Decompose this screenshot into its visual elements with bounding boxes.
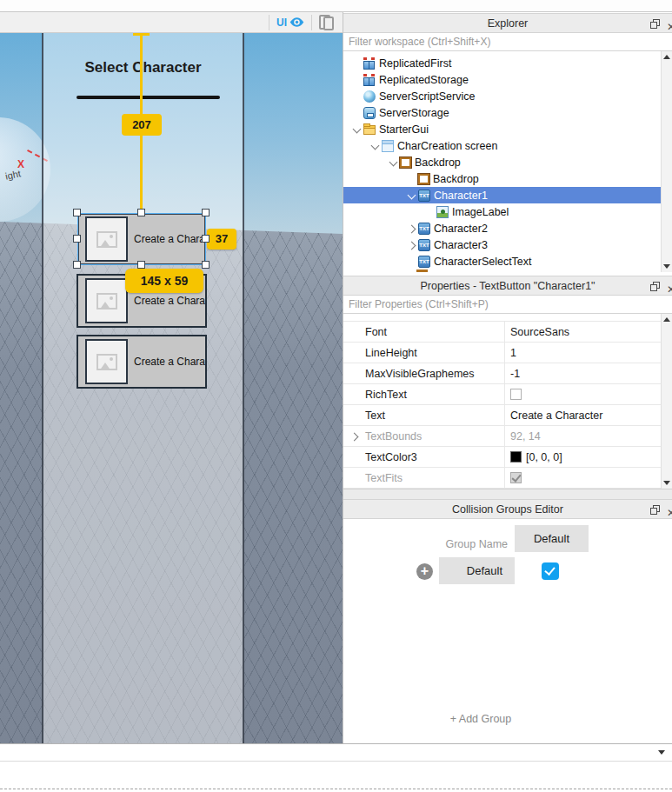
partial-row-sliver	[416, 270, 428, 272]
properties-filter-row	[343, 296, 672, 314]
property-row-textfits: TextFits	[343, 468, 661, 489]
properties-filter-input[interactable]	[343, 296, 672, 313]
collision-editor-body: Group Name Default + Default + Add Group	[343, 519, 672, 743]
3d-viewport[interactable]: ight X Select Character 207 Create a Cha…	[0, 33, 343, 743]
collapse-arrow-icon[interactable]	[658, 750, 665, 755]
checkbox-unchecked-icon[interactable]	[510, 389, 522, 400]
explorer-scrollbar[interactable]	[661, 51, 672, 272]
character-button-3[interactable]: Create a Character	[77, 335, 207, 389]
tree-item-backdrop[interactable]: Backdrop	[343, 170, 661, 187]
image-icon	[96, 293, 117, 309]
property-value[interactable]: Create a Character	[504, 405, 661, 425]
add-collision-group-icon[interactable]: +	[416, 563, 433, 580]
device-emulation-icon[interactable]	[319, 15, 330, 30]
chevron-spacer	[351, 57, 363, 70]
float-window-icon[interactable]	[650, 505, 660, 515]
scroll-down-icon[interactable]	[663, 264, 670, 269]
tree-item-serverstorage[interactable]: ServerStorage	[343, 104, 661, 121]
image-placeholder	[85, 339, 128, 384]
bottom-divider	[0, 761, 672, 762]
property-value[interactable]: [0, 0, 0]	[504, 447, 661, 467]
tree-item-character1[interactable]: Character1	[343, 187, 661, 203]
collision-column-header[interactable]: Default	[515, 525, 589, 552]
property-value[interactable]	[504, 384, 661, 404]
chevron-down-icon[interactable]	[388, 156, 400, 169]
chevron-down-icon[interactable]	[406, 190, 418, 202]
property-name: ContentText	[343, 314, 504, 322]
folder-icon	[363, 125, 376, 135]
eye-icon	[289, 17, 304, 28]
chevron-right-icon[interactable]	[349, 430, 361, 443]
explorer-filter-input[interactable]	[343, 33, 672, 50]
explorer-header: Explorer ✕	[343, 13, 672, 33]
scroll-up-icon[interactable]	[663, 55, 670, 59]
resize-handle[interactable]	[202, 261, 210, 269]
scroll-down-icon[interactable]	[663, 481, 670, 485]
close-icon[interactable]: ✕	[667, 17, 672, 33]
collision-editor-title: Collision Groups Editor	[452, 503, 563, 516]
tree-item-replicatedstorage[interactable]: ReplicatedStorage	[343, 71, 661, 88]
chevron-spacer	[406, 256, 418, 268]
collision-editor-header: Collision Groups Editor ✕	[343, 499, 672, 519]
chevron-down-icon[interactable]	[351, 123, 363, 136]
property-row-textbounds: TextBounds92, 14	[343, 426, 661, 447]
property-value[interactable]: SourceSans	[504, 322, 661, 342]
chevron-spacer	[424, 206, 436, 218]
text-button-icon	[418, 239, 430, 251]
tree-item-imagelabel[interactable]: ImageLabel	[343, 203, 661, 220]
tree-item-characterselecttext[interactable]: CharacterSelectText	[343, 253, 661, 270]
tree-item-serverscriptservice[interactable]: ServerScriptService	[343, 88, 661, 104]
resize-handle[interactable]	[73, 209, 81, 216]
resize-handle[interactable]	[137, 261, 145, 269]
float-window-icon[interactable]	[650, 19, 660, 29]
property-row-maxvisiblegraphemes: MaxVisibleGraphemes-1	[343, 363, 661, 384]
scroll-up-icon[interactable]	[663, 317, 670, 322]
properties-grid: FontSourceSansLineHeight1MaxVisibleGraph…	[343, 322, 672, 489]
tree-item-replicatedfirst[interactable]: ReplicatedFirst	[343, 55, 661, 71]
text-button-icon	[418, 256, 430, 268]
resize-handle[interactable]	[73, 235, 81, 243]
character-button-label: Create a Character	[134, 356, 205, 368]
tree-item-label: CharCreation screen	[397, 140, 497, 152]
ui-label: UI	[276, 17, 287, 29]
collision-group-row[interactable]: Default	[439, 557, 515, 584]
property-name: TextFits	[343, 468, 504, 488]
property-value	[504, 468, 661, 488]
float-window-icon[interactable]	[650, 282, 660, 291]
resize-handle[interactable]	[202, 235, 210, 243]
close-icon[interactable]: ✕	[667, 503, 672, 519]
collision-checkbox-checked[interactable]	[542, 562, 559, 580]
property-name: TextColor3	[343, 447, 504, 467]
chevron-spacer	[351, 74, 363, 86]
distance-badge: 207	[122, 114, 162, 136]
bottom-dashed-line	[0, 789, 672, 789]
tree-item-backdrop[interactable]: Backdrop	[343, 154, 661, 170]
properties-footer-strip	[343, 489, 672, 499]
resize-handle[interactable]	[202, 209, 210, 216]
properties-scrollbar[interactable]	[661, 314, 672, 489]
explorer-title: Explorer	[488, 17, 529, 30]
resize-handle[interactable]	[137, 209, 145, 216]
text-button-icon	[418, 223, 430, 235]
property-row-lineheight: LineHeight1	[343, 343, 661, 363]
tree-item-label: ImageLabel	[452, 206, 509, 218]
tree-item-charcreation-screen[interactable]: CharCreation screen	[343, 137, 661, 154]
add-group-button[interactable]: + Add Group	[343, 713, 618, 725]
tree-item-label: Character2	[434, 223, 488, 235]
resize-handle[interactable]	[73, 261, 81, 269]
property-value[interactable]: 1	[504, 343, 661, 363]
properties-header: Properties - TextButton "Character1" ✕	[343, 276, 672, 296]
image-placeholder	[85, 278, 128, 323]
chevron-down-icon[interactable]	[369, 140, 382, 152]
chevron-right-icon[interactable]	[406, 239, 418, 251]
close-icon[interactable]: ✕	[667, 280, 672, 296]
ui-visibility-button[interactable]: UI	[276, 17, 304, 29]
property-name: MaxVisibleGraphemes	[343, 363, 504, 383]
tree-item-startergui[interactable]: StarterGui	[343, 121, 661, 137]
chevron-spacer	[406, 173, 418, 185]
chevron-right-icon[interactable]	[406, 223, 418, 235]
tree-item-character3[interactable]: Character3	[343, 236, 661, 253]
tree-item-character2[interactable]: Character2	[343, 220, 661, 236]
property-value[interactable]: -1	[504, 363, 661, 383]
character-button-1[interactable]: Create a Character	[77, 213, 206, 265]
